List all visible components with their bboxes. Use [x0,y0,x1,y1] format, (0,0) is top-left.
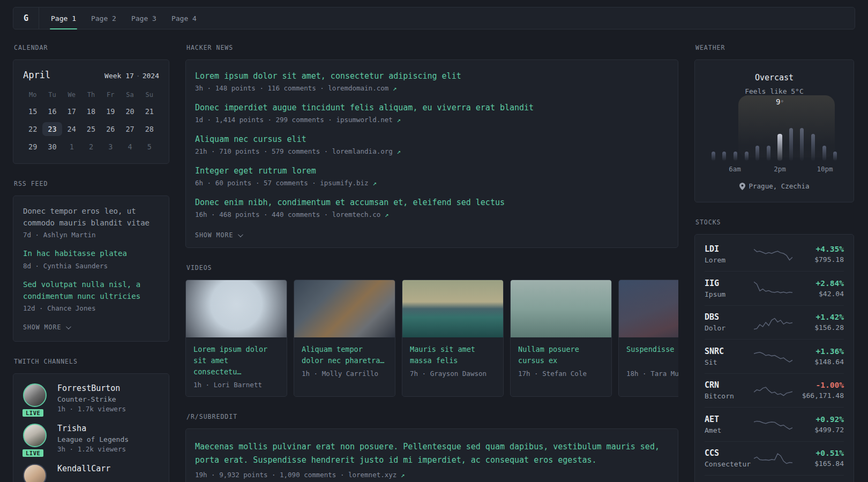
calendar-day[interactable]: 27 [120,122,139,136]
video-card[interactable]: Aliquam tempor dolor nec pharetra…1h · M… [294,280,395,397]
calendar-day-selected[interactable]: 23 [42,122,62,136]
calendar-day[interactable]: 5 [140,140,159,154]
stock-row[interactable]: LDILorem+4.35%$795.18 [705,237,844,272]
weather-degree-symbol: ° [780,99,784,106]
external-link-icon[interactable]: ↗ [401,471,405,479]
rss-item-title[interactable]: Sed volutpat nulla nisl, a condimentum n… [23,279,159,302]
stock-row[interactable]: AHS+0.46% [705,475,844,482]
subreddit-section: /R/SUBREDDIT Maecenas mollis pulvinar er… [185,413,678,482]
calendar-day[interactable]: 2 [81,140,101,154]
stock-values: +1.36%$148.64 [792,347,844,366]
stock-row[interactable]: IIGIpsum+2.84%$42.04 [705,271,844,305]
external-link-icon[interactable]: ↗ [396,116,401,124]
external-link-icon[interactable]: ↗ [372,179,377,187]
calendar-day[interactable]: 29 [23,140,42,154]
rss-item-title[interactable]: In hac habitasse platea [23,248,159,260]
hackernews-item-title[interactable]: Donec enim nibh, condimentum et accumsan… [195,198,669,207]
stock-row[interactable]: SNRCSit+1.36%$148.64 [705,339,844,373]
calendar-day[interactable]: 24 [62,122,81,136]
twitch-channel-name[interactable]: Trisha [57,424,129,433]
stocks-card: LDILorem+4.35%$795.18IIGIpsum+2.84%$42.0… [694,234,854,482]
hackernews-item: Donec enim nibh, condimentum et accumsan… [195,198,669,219]
tab-page-1[interactable]: Page 1 [43,7,84,29]
rss-item-title[interactable]: Donec tempor eros leo, ut commodo mauris… [23,206,159,229]
stock-price: $499.72 [792,426,844,434]
calendar-day[interactable]: 26 [101,122,120,136]
external-link-icon[interactable]: ↗ [393,84,397,92]
calendar-day[interactable]: 30 [42,140,62,154]
hackernews-item: Lorem ipsum dolor sit amet, consectetur … [195,71,669,92]
calendar-weekday: Sa [120,91,139,101]
rss-section: RSS FEED Donec tempor eros leo, ut commo… [13,180,169,342]
stock-sparkline [754,449,792,468]
calendar-day[interactable]: 3 [101,140,120,154]
twitch-channel-row[interactable]: LIVETrishaLeague of Legends3h · 1.2k vie… [23,424,159,453]
tab-page-3[interactable]: Page 3 [124,7,164,29]
calendar-day[interactable]: 18 [81,104,101,118]
hackernews-show-more-label: SHOW MORE [195,231,233,239]
calendar-day[interactable]: 17 [62,104,81,118]
stock-row[interactable]: AETAmet+0.92%$499.72 [705,407,844,441]
calendar-day[interactable]: 1 [62,140,81,154]
video-card[interactable]: Nullam posuere cursus ex17h · Stefan Col… [510,280,612,397]
weather-temp-bar [777,134,782,161]
calendar-day[interactable]: 22 [23,122,42,136]
weather-bar-chart: 9° [708,104,841,161]
stock-row[interactable]: CCSConsectetur+0.51%$165.84 [705,441,844,476]
hackernews-item-title[interactable]: Integer eget rutrum lorem [195,166,669,176]
video-title[interactable]: Mauris sit amet massa felis [410,344,496,366]
avatar [23,464,47,482]
calendar-day[interactable]: 25 [81,122,101,136]
external-link-icon[interactable]: ↗ [385,210,389,219]
video-title[interactable]: Nullam posuere cursus ex [518,344,604,366]
stock-symbol: SNRC [705,347,754,356]
calendar-day[interactable]: 28 [140,122,159,136]
tab-page-4[interactable]: Page 4 [164,7,204,29]
stock-symbol: CCS [705,448,754,458]
video-card[interactable]: Lorem ipsum dolor sit amet consectetu…1h… [185,280,287,397]
hackernews-item-meta: 3h · 148 points · 116 comments · loremdo… [195,84,669,92]
hackernews-item-title[interactable]: Lorem ipsum dolor sit amet, consectetur … [195,71,669,81]
stock-info: LDILorem [705,244,754,264]
hackernews-item-title[interactable]: Donec imperdiet augue tincidunt felis al… [195,103,669,112]
stock-sparkline [754,244,792,263]
twitch-channel-category: Counter-Strike [57,395,126,403]
video-card[interactable]: Suspendisse diam18h · Tara Munoz [618,280,678,397]
middle-column: HACKER NEWS Lorem ipsum dolor sit amet, … [185,44,678,482]
calendar-header: April Week 17·2024 [23,70,159,80]
video-card[interactable]: Mauris sit amet massa felis7h · Grayson … [402,280,504,397]
twitch-channel-row[interactable]: LIVEForrestBurtonCounter-Strike1h · 1.7k… [23,383,159,413]
calendar-day[interactable]: 15 [23,104,42,118]
hackernews-list: Lorem ipsum dolor sit amet, consectetur … [195,71,669,219]
calendar-day[interactable]: 21 [140,104,159,118]
weather-temp-bar [722,152,726,161]
twitch-channel-name[interactable]: KendallCarr [57,464,110,473]
stock-symbol: CRN [705,380,754,390]
app-logo: G [13,7,39,29]
calendar-day[interactable]: 4 [120,140,139,154]
calendar-day[interactable]: 19 [101,104,120,118]
sparkline-chart [754,347,792,366]
calendar-day[interactable]: 16 [42,104,62,118]
weather-bar-cell [708,104,719,161]
twitch-channel-name[interactable]: ForrestBurton [57,383,126,393]
stock-row[interactable]: DBSDolor+1.42%$156.28 [705,305,844,340]
twitch-channel-info: TrishaLeague of Legends3h · 1.2k viewers [57,424,129,453]
stock-row[interactable]: CRNBitcorn-1.00%$66,171.48 [705,373,844,408]
calendar-day[interactable]: 20 [120,104,139,118]
stock-values: -1.00%$66,171.48 [792,381,844,400]
rss-show-more-button[interactable]: SHOW MORE [23,323,70,331]
twitch-channel-row[interactable]: KendallCarr [23,464,159,482]
hackernews-item-title[interactable]: Aliquam nec cursus elit [195,134,669,144]
videos-section: VIDEOS Lorem ipsum dolor sit amet consec… [185,264,678,397]
weather-bar-cell [796,104,807,161]
video-title[interactable]: Suspendisse diam [626,344,678,366]
video-title[interactable]: Lorem ipsum dolor sit amet consectetu… [193,344,279,378]
external-link-icon[interactable]: ↗ [396,147,401,155]
weather-hour-label: 6am [729,165,741,173]
subreddit-post-title[interactable]: Maecenas mollis pulvinar erat non posuer… [195,440,669,468]
video-meta: 1h · Molly Carrillo [302,370,387,378]
video-title[interactable]: Aliquam tempor dolor nec pharetra… [302,344,387,366]
tab-page-2[interactable]: Page 2 [84,7,124,29]
hackernews-show-more-button[interactable]: SHOW MORE [195,231,242,239]
